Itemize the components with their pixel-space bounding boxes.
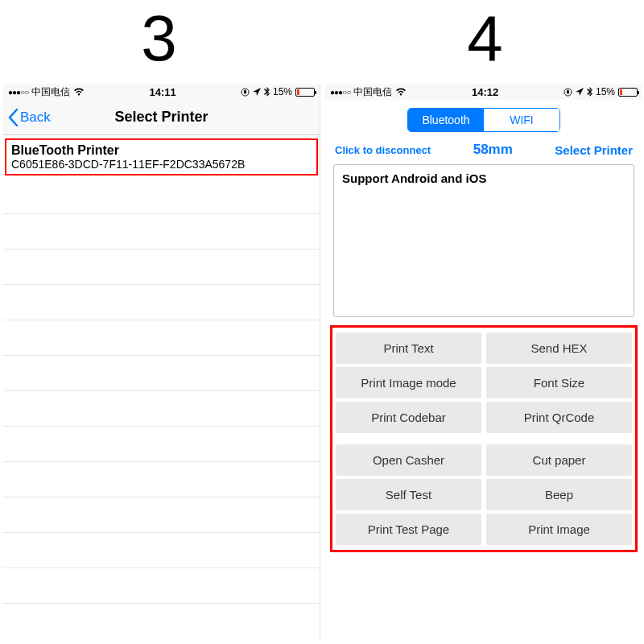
print-qrcode-button[interactable]: Print QrCode [486, 402, 632, 433]
connection-segmented-control[interactable]: Bluetooth WIFI [407, 108, 560, 132]
self-test-button[interactable]: Self Test [336, 479, 481, 510]
carrier-label: 中国电信 [31, 85, 70, 99]
cut-paper-button[interactable]: Cut paper [486, 444, 632, 476]
status-time: 14:12 [472, 86, 498, 98]
paper-size-label[interactable]: 58mm [473, 142, 513, 158]
step-number-3: 3 [0, 0, 318, 77]
print-test-page-button[interactable]: Print Test Page [336, 514, 481, 545]
battery-percent: 15% [273, 86, 292, 97]
phone-screenshot-4: ●●●○○ 中国电信 14:12 15% Bluetooth WIFI Clic… [325, 84, 642, 641]
segment-wifi[interactable]: WIFI [484, 109, 559, 131]
status-bar: ●●●○○ 中国电信 14:12 15% [325, 84, 642, 100]
print-codebar-button[interactable]: Print Codebar [336, 402, 481, 433]
bluetooth-icon [264, 87, 270, 97]
empty-list-area [3, 179, 320, 604]
action-button-panel: Print Text Send HEX Print Image mode Fon… [330, 325, 638, 552]
orientation-lock-icon [241, 88, 250, 97]
nav-title: Select Printer [3, 109, 320, 126]
printer-id: C6051E86-3DCD-7F11-11EF-F2DC33A5672B [11, 158, 312, 171]
print-image-button[interactable]: Print Image [486, 514, 632, 545]
segment-bluetooth[interactable]: Bluetooth [408, 109, 484, 131]
battery-icon [295, 88, 315, 97]
phone-screenshot-3: ●●●○○ 中国电信 14:11 15% Back Select Pri [3, 84, 320, 641]
battery-percent: 15% [596, 86, 615, 97]
print-text-button[interactable]: Print Text [336, 332, 481, 364]
wifi-icon [73, 88, 85, 96]
open-casher-button[interactable]: Open Casher [336, 444, 481, 476]
disconnect-link[interactable]: Click to disconnect [335, 144, 431, 156]
signal-dots-icon: ●●●○○ [330, 88, 350, 97]
carrier-label: 中国电信 [353, 85, 392, 99]
printer-name: BlueTooth Printer [11, 143, 312, 158]
status-time: 14:11 [149, 86, 175, 98]
location-icon [576, 88, 584, 96]
step-number-4: 4 [326, 0, 644, 77]
font-size-button[interactable]: Font Size [486, 367, 632, 398]
beep-button[interactable]: Beep [486, 479, 632, 510]
wifi-icon [395, 88, 407, 96]
select-printer-link[interactable]: Select Printer [555, 143, 633, 157]
print-content-textarea[interactable]: Support Android and iOS [333, 164, 634, 317]
orientation-lock-icon [564, 88, 572, 97]
nav-bar: Back Select Printer [3, 100, 320, 135]
battery-icon [618, 88, 638, 97]
signal-dots-icon: ●●●○○ [8, 88, 28, 97]
printer-list-item[interactable]: BlueTooth Printer C6051E86-3DCD-7F11-11E… [5, 138, 318, 175]
bluetooth-icon [587, 87, 592, 97]
location-icon [253, 88, 261, 96]
send-hex-button[interactable]: Send HEX [486, 332, 632, 364]
status-bar: ●●●○○ 中国电信 14:11 15% [3, 84, 320, 100]
connection-info-row: Click to disconnect 58mm Select Printer [325, 138, 642, 161]
print-image-mode-button[interactable]: Print Image mode [336, 367, 481, 398]
